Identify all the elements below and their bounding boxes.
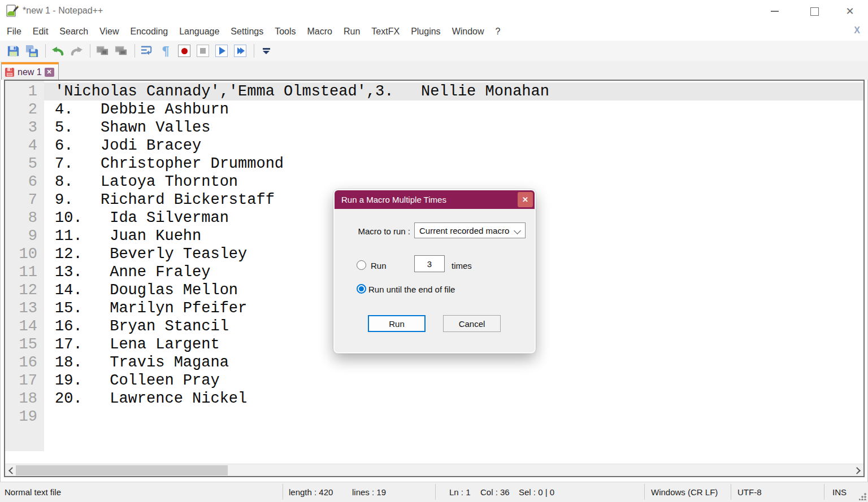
status-lines: lines : 19 bbox=[352, 487, 386, 497]
tab-new-1[interactable]: new 1 ✕ bbox=[1, 62, 59, 80]
line-number: 16 bbox=[5, 353, 44, 372]
line-number: 14 bbox=[5, 317, 44, 335]
run-times-radio-label[interactable]: Run bbox=[371, 261, 387, 270]
line-number: 3 bbox=[5, 119, 44, 137]
close-document-x-button[interactable]: X bbox=[854, 25, 860, 36]
menu-item-textfx[interactable]: TextFX bbox=[366, 27, 405, 37]
times-input[interactable]: 3 bbox=[414, 255, 445, 272]
minimize-icon bbox=[771, 11, 779, 12]
redo-icon bbox=[70, 44, 84, 58]
tab-label: new 1 bbox=[18, 67, 42, 77]
editor-line[interactable]: 5. Shawn Valles bbox=[44, 119, 863, 137]
tab-close-icon[interactable]: ✕ bbox=[45, 68, 54, 77]
close-button[interactable]: ✕ bbox=[837, 0, 863, 23]
editor-line[interactable]: 6. Jodi Bracey bbox=[44, 137, 863, 155]
editor-line[interactable]: 4. Debbie Ashburn bbox=[44, 101, 863, 119]
menu-item-run[interactable]: Run bbox=[338, 27, 366, 37]
window-title: *new 1 - Notepad++ bbox=[23, 6, 103, 16]
horizontal-scrollbar-thumb[interactable] bbox=[16, 465, 228, 475]
close-icon: ✕ bbox=[845, 6, 854, 16]
menu-item-plugins[interactable]: Plugins bbox=[405, 27, 446, 37]
start-recording-icon bbox=[178, 45, 190, 57]
editor-line[interactable]: 'Nicholas Cannady','Emma Olmstead',3. Ne… bbox=[44, 82, 863, 101]
toolbar-separator bbox=[254, 44, 254, 58]
run-times-radio[interactable] bbox=[357, 260, 366, 270]
toolbar-overflow-icon bbox=[263, 48, 270, 54]
menu-item-search[interactable]: Search bbox=[54, 27, 94, 37]
editor-line[interactable]: 7. Christopher Drummond bbox=[44, 155, 863, 173]
notepad-plus-plus-app-icon bbox=[5, 4, 19, 18]
toolbar-separator bbox=[90, 44, 90, 58]
cancel-button[interactable]: Cancel bbox=[443, 315, 501, 332]
editor-line[interactable]: 8. Latoya Thornton bbox=[44, 173, 863, 191]
menu-item-language[interactable]: Language bbox=[173, 27, 225, 37]
undo-button[interactable] bbox=[49, 42, 66, 59]
stop-recording-button[interactable] bbox=[194, 42, 211, 59]
redo-button[interactable] bbox=[68, 42, 85, 59]
show-all-characters-icon: ¶ bbox=[162, 45, 170, 57]
line-number-gutter[interactable]: 12345678910111213141516171819 bbox=[5, 81, 44, 451]
status-separator bbox=[731, 484, 731, 500]
editor-line[interactable] bbox=[44, 408, 863, 426]
status-length: length : 420 bbox=[289, 487, 333, 497]
show-all-characters-button[interactable]: ¶ bbox=[157, 42, 174, 59]
save-all-button[interactable] bbox=[23, 42, 40, 59]
editor-line[interactable]: 18. Travis Magana bbox=[44, 353, 863, 372]
menu-item-view[interactable]: View bbox=[94, 27, 124, 37]
save-button[interactable] bbox=[5, 42, 21, 59]
scroll-right-arrow[interactable] bbox=[854, 466, 862, 474]
run-until-eof-radio[interactable] bbox=[357, 284, 366, 294]
maximize-button[interactable] bbox=[801, 0, 827, 23]
stop-recording-icon bbox=[197, 45, 209, 57]
menu-item-[interactable]: ? bbox=[490, 27, 506, 37]
toolbar: ¶ bbox=[0, 41, 868, 61]
title-bar[interactable]: *new 1 - Notepad++ ✕ bbox=[0, 0, 868, 23]
status-line-number: Ln : 1 bbox=[449, 487, 471, 497]
sync-vertical-scroll-button[interactable] bbox=[94, 42, 111, 59]
line-number: 4 bbox=[5, 137, 44, 155]
horizontal-scrollbar[interactable] bbox=[5, 464, 863, 476]
start-recording-button[interactable] bbox=[176, 42, 193, 59]
playback-icon bbox=[215, 45, 228, 57]
run-macro-multiple-times-button[interactable] bbox=[232, 42, 249, 59]
line-number: 17 bbox=[5, 372, 44, 390]
menu-item-settings[interactable]: Settings bbox=[225, 27, 269, 37]
menu-item-window[interactable]: Window bbox=[446, 27, 490, 37]
save-icon bbox=[6, 44, 20, 58]
run-macro-multiple-times-icon bbox=[234, 45, 246, 57]
toolbar-overflow-button[interactable] bbox=[258, 42, 275, 59]
status-separator bbox=[824, 484, 824, 500]
scroll-left-arrow[interactable] bbox=[7, 466, 15, 474]
dialog-close-button[interactable]: ✕ bbox=[518, 192, 533, 207]
line-number: 13 bbox=[5, 299, 44, 317]
sync-horizontal-scroll-button[interactable] bbox=[112, 42, 129, 59]
toolbar-separator bbox=[134, 44, 135, 58]
menu-item-encoding[interactable]: Encoding bbox=[124, 27, 173, 37]
line-number: 10 bbox=[5, 245, 44, 263]
resize-grip[interactable] bbox=[859, 493, 866, 500]
times-label: times bbox=[452, 261, 472, 270]
editor-line[interactable]: 19. Colleen Pray bbox=[44, 372, 863, 390]
word-wrap-button[interactable] bbox=[138, 42, 155, 59]
word-wrap-icon bbox=[140, 44, 154, 58]
line-number: 9 bbox=[5, 227, 44, 245]
line-number: 7 bbox=[5, 191, 44, 209]
dialog-title-bar[interactable]: Run a Macro Multiple Times ✕ bbox=[335, 190, 535, 209]
run-until-eof-radio-label[interactable]: Run until the end of file bbox=[368, 285, 455, 294]
notepad-plus-plus-window: *new 1 - Notepad++ ✕ FileEditSearchViewE… bbox=[0, 0, 868, 502]
run-button[interactable]: Run bbox=[368, 315, 426, 332]
line-number: 15 bbox=[5, 335, 44, 353]
menu-item-tools[interactable]: Tools bbox=[269, 27, 301, 37]
macro-to-run-label: Macro to run : bbox=[351, 226, 410, 236]
editor-line[interactable]: 20. Lawrence Nickel bbox=[44, 390, 863, 408]
menu-item-file[interactable]: File bbox=[1, 27, 27, 37]
status-separator bbox=[435, 484, 436, 500]
line-number: 19 bbox=[5, 408, 44, 426]
playback-button[interactable] bbox=[213, 42, 230, 59]
macro-select-dropdown[interactable]: Current recorded macro bbox=[414, 222, 526, 238]
menu-item-edit[interactable]: Edit bbox=[27, 27, 54, 37]
status-bar: Normal text file length : 420 lines : 19… bbox=[0, 482, 868, 502]
status-encoding: UTF-8 bbox=[737, 487, 762, 497]
minimize-button[interactable] bbox=[762, 0, 788, 23]
menu-item-macro[interactable]: Macro bbox=[302, 27, 338, 37]
